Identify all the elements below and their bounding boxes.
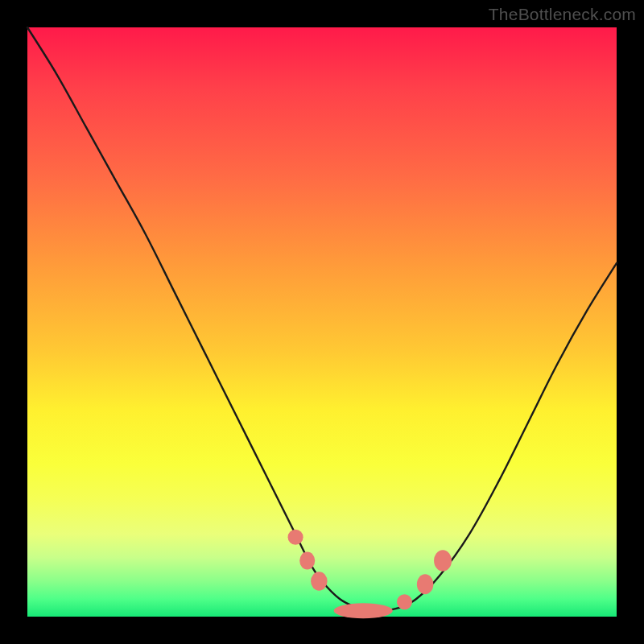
- data-markers: [288, 530, 452, 619]
- chart-frame: TheBottleneck.com: [0, 0, 644, 644]
- curve-svg: [27, 27, 617, 617]
- bottleneck-curve: [27, 27, 617, 611]
- marker-left-low: [311, 572, 327, 590]
- marker-right-high: [434, 550, 452, 571]
- marker-bottom-bar: [334, 603, 393, 618]
- watermark-text: TheBottleneck.com: [489, 5, 636, 24]
- marker-left-mid: [299, 551, 315, 569]
- marker-right-low: [397, 594, 412, 609]
- marker-left-high: [288, 530, 303, 545]
- chart-plot-area: [27, 27, 617, 617]
- marker-right-mid: [417, 574, 433, 594]
